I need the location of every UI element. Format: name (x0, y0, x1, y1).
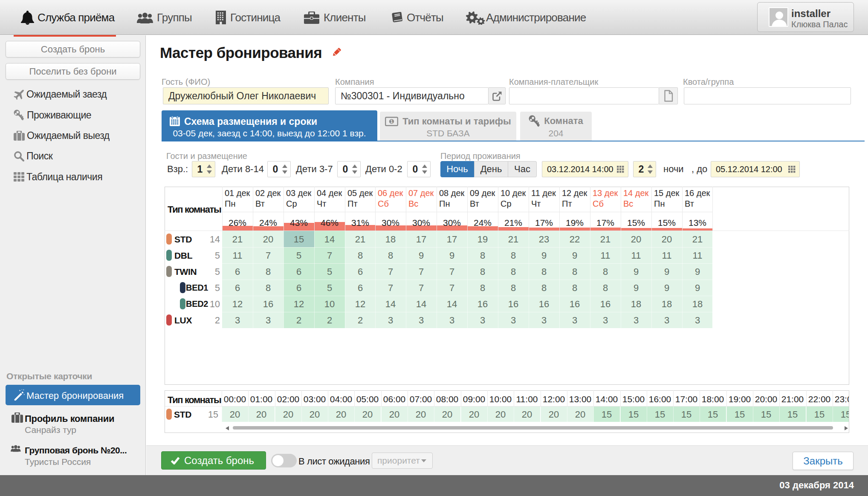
svg-text:1: 1 (391, 119, 393, 124)
